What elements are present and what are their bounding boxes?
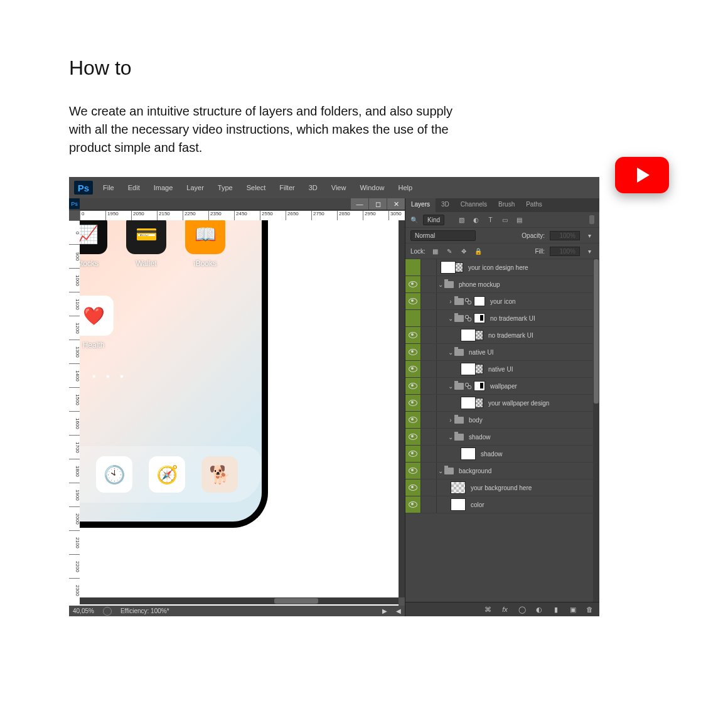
disclosure-icon[interactable]: ⌄ <box>447 348 454 356</box>
canvas-area[interactable]: Ps — ◻ ✕ 0195020502150225023502450255026… <box>69 198 405 616</box>
filter-pixel-icon[interactable]: ▧ <box>457 215 466 225</box>
menu-3d[interactable]: 3D <box>302 180 324 195</box>
blend-mode-select[interactable]: Normal <box>410 230 476 241</box>
visibility-toggle[interactable] <box>405 429 421 445</box>
visibility-toggle[interactable] <box>405 496 421 513</box>
visibility-toggle[interactable] <box>405 378 421 394</box>
panel-tab-layers[interactable]: Layers <box>405 198 436 212</box>
fill-input[interactable]: 100% <box>550 247 580 256</box>
menu-help[interactable]: Help <box>392 180 419 195</box>
visibility-toggle[interactable] <box>405 293 421 309</box>
layer-row[interactable]: color <box>405 496 599 513</box>
disclosure-icon[interactable]: › <box>447 297 454 305</box>
lock-position-icon[interactable]: ✥ <box>459 247 469 256</box>
visibility-toggle[interactable] <box>405 446 421 462</box>
layer-row[interactable]: ⌄no trademark UI <box>405 310 599 327</box>
panel-tab-paths[interactable]: Paths <box>520 198 548 212</box>
panel-tab-3d[interactable]: 3D <box>436 198 455 212</box>
layer-name[interactable]: wallpaper <box>490 383 517 390</box>
layer-mask-thumb[interactable] <box>474 381 485 391</box>
layer-row[interactable]: ⌄background <box>405 463 599 479</box>
visibility-toggle[interactable] <box>405 259 421 276</box>
visibility-toggle[interactable] <box>405 344 421 360</box>
panel-scrollbar[interactable] <box>593 259 599 602</box>
layer-name[interactable]: body <box>469 417 483 424</box>
visibility-toggle[interactable] <box>405 310 421 326</box>
visibility-toggle[interactable] <box>405 361 421 377</box>
layer-name[interactable]: your background here <box>471 484 532 491</box>
layer-name[interactable]: shadow <box>481 451 502 458</box>
layer-row[interactable]: ›your icon <box>405 293 599 310</box>
layer-name[interactable]: phone mockup <box>459 281 500 288</box>
layer-mask-thumb[interactable] <box>474 313 485 323</box>
disclosure-icon[interactable]: ⌄ <box>437 281 444 288</box>
layer-row[interactable]: your wallpaper design <box>405 395 599 412</box>
maximize-button[interactable]: ◻ <box>369 198 387 210</box>
layer-row[interactable]: native UI <box>405 361 599 378</box>
youtube-badge[interactable] <box>615 157 669 193</box>
layer-name[interactable]: your icon design here <box>468 264 528 271</box>
layer-thumb[interactable] <box>441 261 456 274</box>
disclosure-icon[interactable]: ⌄ <box>447 382 454 390</box>
layer-row[interactable]: ⌄shadow <box>405 429 599 446</box>
layer-thumb[interactable] <box>451 481 466 494</box>
visibility-toggle[interactable] <box>405 479 421 496</box>
layer-thumb[interactable] <box>461 363 476 375</box>
panel-tab-channels[interactable]: Channels <box>455 198 493 212</box>
minimize-button[interactable]: — <box>351 198 368 210</box>
disclosure-icon[interactable]: ⌄ <box>447 433 454 441</box>
layer-name[interactable]: native UI <box>488 366 513 373</box>
menu-file[interactable]: File <box>97 180 120 195</box>
disclosure-icon[interactable]: ⌄ <box>447 314 454 322</box>
disclosure-icon[interactable]: ⌄ <box>437 467 444 474</box>
layer-thumb[interactable] <box>461 329 476 341</box>
filter-shape-icon[interactable]: ▭ <box>500 215 510 225</box>
menu-layer[interactable]: Layer <box>180 180 210 195</box>
fx-icon[interactable]: fx <box>500 605 510 614</box>
menu-image[interactable]: Image <box>147 180 179 195</box>
layer-row[interactable]: your background here <box>405 479 599 496</box>
filter-adjust-icon[interactable]: ◐ <box>471 215 481 225</box>
layer-name[interactable]: your wallpaper design <box>488 400 549 407</box>
menu-view[interactable]: View <box>325 180 353 195</box>
mask-icon[interactable]: ◯ <box>517 605 527 614</box>
layer-row[interactable]: ›body <box>405 412 599 429</box>
filter-type-icon[interactable]: T <box>486 215 495 225</box>
layer-thumb[interactable] <box>451 498 466 511</box>
layer-name[interactable]: color <box>471 501 484 508</box>
close-button[interactable]: ✕ <box>387 198 405 210</box>
layer-row[interactable]: your icon design here <box>405 259 599 276</box>
visibility-toggle[interactable] <box>405 276 421 292</box>
visibility-toggle[interactable] <box>405 395 421 411</box>
lock-all-icon[interactable]: 🔒 <box>474 247 483 256</box>
menu-edit[interactable]: Edit <box>122 180 146 195</box>
menu-filter[interactable]: Filter <box>273 180 301 195</box>
link-layers-icon[interactable]: ⌘ <box>483 605 493 614</box>
filter-kind[interactable]: Kind <box>423 215 444 225</box>
layer-row[interactable]: ⌄phone mockup <box>405 276 599 293</box>
layer-name[interactable]: your icon <box>490 298 516 305</box>
new-layer-icon[interactable]: ▣ <box>568 605 577 614</box>
menu-window[interactable]: Window <box>353 180 390 195</box>
layer-name[interactable]: background <box>459 468 491 474</box>
layer-thumb[interactable] <box>461 447 476 460</box>
opacity-input[interactable]: 100% <box>550 231 580 240</box>
horizontal-scrollbar[interactable] <box>80 597 399 604</box>
layer-row[interactable]: no trademark UI <box>405 327 599 344</box>
visibility-toggle[interactable] <box>405 463 421 479</box>
layer-row[interactable]: ⌄native UI <box>405 344 599 361</box>
lock-paint-icon[interactable]: ✎ <box>445 247 454 256</box>
layer-thumb[interactable] <box>461 397 476 409</box>
layer-name[interactable]: native UI <box>469 349 493 356</box>
layer-row[interactable]: ⌄wallpaper <box>405 378 599 395</box>
panel-tab-brush[interactable]: Brush <box>493 198 520 212</box>
group-icon[interactable]: ▮ <box>551 605 560 614</box>
filter-smart-icon[interactable]: ▤ <box>515 215 524 225</box>
disclosure-icon[interactable]: › <box>447 416 454 424</box>
zoom-level[interactable]: 40,05% <box>73 608 94 614</box>
layer-name[interactable]: no trademark UI <box>490 315 535 322</box>
trash-icon[interactable]: 🗑 <box>585 605 594 614</box>
visibility-toggle[interactable] <box>405 327 421 343</box>
layer-name[interactable]: shadow <box>469 434 490 441</box>
lock-transparent-icon[interactable]: ▦ <box>431 247 440 256</box>
